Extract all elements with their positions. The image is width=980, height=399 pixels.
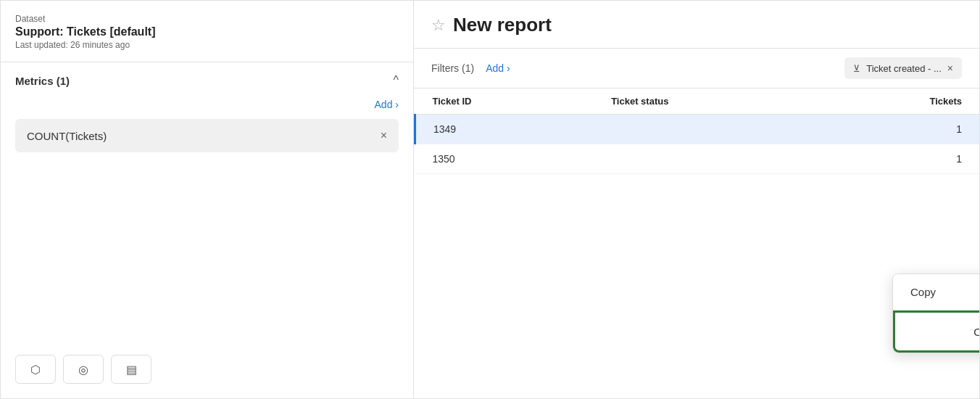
table-row[interactable]: 13491 xyxy=(415,115,980,144)
dataset-updated: Last updated: 26 minutes ago xyxy=(15,40,399,50)
dataset-label: Dataset xyxy=(15,14,399,24)
context-menu: Copy Open link ⧉ xyxy=(892,273,979,353)
filter-chip-close[interactable]: × xyxy=(947,62,953,74)
context-menu-copy[interactable]: Copy xyxy=(893,274,979,310)
left-panel: Dataset Support: Tickets [default] Last … xyxy=(1,1,414,398)
metrics-header: Metrics (1) ^ xyxy=(15,74,399,87)
filters-add-button[interactable]: Add › xyxy=(486,62,510,74)
drop-icon: ⬡ xyxy=(30,363,41,377)
table-area: Ticket ID Ticket status Tickets 13491135… xyxy=(414,89,979,398)
context-menu-open-link[interactable]: Open link ⧉ xyxy=(893,310,979,353)
cell-ticket-id: 1349 xyxy=(415,115,594,144)
report-title: New report xyxy=(453,14,552,36)
col-ticket-status: Ticket status xyxy=(594,89,817,115)
dataset-header: Dataset Support: Tickets [default] Last … xyxy=(1,1,413,62)
cell-ticket-id: 1350 xyxy=(415,144,594,174)
report-header: ☆ New report xyxy=(414,1,979,49)
count-metric-close[interactable]: × xyxy=(381,129,387,142)
count-metric-label: COUNT(Tickets) xyxy=(27,130,107,142)
cell-tickets: 1 xyxy=(817,115,979,144)
filters-bar: Filters (1) Add › ⊻ Ticket created - ...… xyxy=(414,49,979,89)
radio-icon-button[interactable]: ◎ xyxy=(63,355,104,384)
open-link-label: Open link xyxy=(973,326,979,338)
metrics-section: Metrics (1) ^ Add › COUNT(Tickets) × xyxy=(1,62,413,343)
metrics-title: Metrics (1) xyxy=(15,75,70,87)
count-metric-chip[interactable]: COUNT(Tickets) × xyxy=(15,119,399,152)
filter-chip-label: Ticket created - ... xyxy=(866,63,942,74)
copy-label: Copy xyxy=(910,286,936,298)
filters-label: Filters (1) xyxy=(431,62,474,74)
data-table: Ticket ID Ticket status Tickets 13491135… xyxy=(414,89,979,174)
bottom-icons-bar: ⬡ ◎ ▤ xyxy=(1,343,413,398)
chat-icon-button[interactable]: ▤ xyxy=(111,355,151,384)
dataset-title: Support: Tickets [default] xyxy=(15,25,399,38)
cell-tickets: 1 xyxy=(817,144,979,174)
metrics-collapse-icon[interactable]: ^ xyxy=(393,74,399,87)
cell-ticket-status xyxy=(594,144,817,174)
table-row[interactable]: 13501 xyxy=(415,144,980,174)
add-metric-button[interactable]: Add › xyxy=(375,99,399,110)
filter-funnel-icon: ⊻ xyxy=(853,63,860,74)
cell-ticket-status xyxy=(594,115,817,144)
radio-icon: ◎ xyxy=(78,363,88,377)
filter-chip[interactable]: ⊻ Ticket created - ... × xyxy=(844,57,962,79)
drop-icon-button[interactable]: ⬡ xyxy=(15,355,56,384)
col-tickets: Tickets xyxy=(817,89,979,115)
add-metric-container: Add › xyxy=(15,99,399,110)
right-panel: ☆ New report Filters (1) Add › ⊻ Ticket … xyxy=(414,1,979,398)
col-ticket-id: Ticket ID xyxy=(415,89,594,115)
chat-icon: ▤ xyxy=(126,363,137,377)
star-icon[interactable]: ☆ xyxy=(431,16,446,35)
